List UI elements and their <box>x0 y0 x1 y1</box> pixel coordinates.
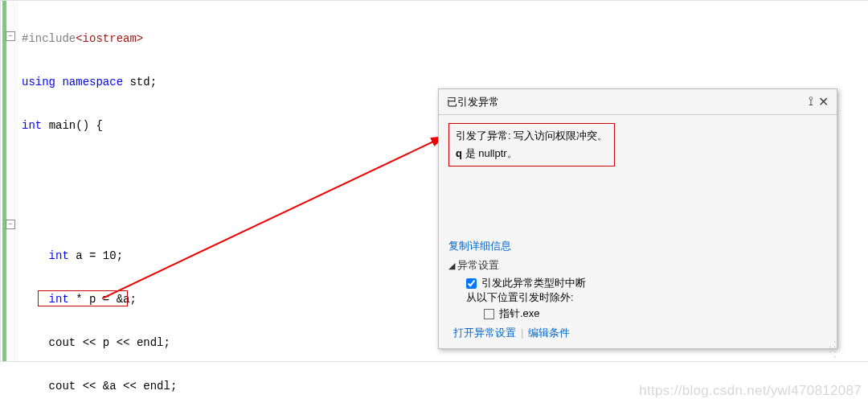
popup-message-box: 引发了异常: 写入访问权限冲突。 q 是 nullptr。 <box>448 123 615 166</box>
break-on-exception-label: 引发此异常类型时中断 <box>481 276 586 290</box>
break-on-exception-checkbox[interactable] <box>466 278 477 289</box>
watermark: https://blog.csdn.net/ywl470812087 <box>639 383 862 399</box>
open-exception-settings-link[interactable]: 打开异常设置 <box>453 327 516 339</box>
fold-toggle[interactable]: − <box>6 220 15 229</box>
include-target: <iostream> <box>76 32 143 45</box>
editor-gutter: − − <box>1 1 18 361</box>
pin-icon[interactable]: ⟟ <box>809 94 813 109</box>
exception-popup: 已引发异常 ⟟ ✕ 引发了异常: 写入访问权限冲突。 q 是 nullptr。 … <box>438 88 837 349</box>
close-icon[interactable]: ✕ <box>818 94 829 109</box>
except-from-label: 从以下位置引发时除外: <box>466 290 827 305</box>
copy-details-link[interactable]: 复制详细信息 <box>448 239 827 253</box>
popup-body: 引发了异常: 写入访问权限冲突。 q 是 nullptr。 复制详细信息 异常设… <box>439 115 837 348</box>
exclude-module-label: 指针.exe <box>499 306 540 321</box>
resize-grip-icon[interactable]: .. .. . . <box>826 338 836 347</box>
popup-title: 已引发异常 <box>447 95 809 109</box>
exception-settings-header[interactable]: 异常设置 <box>448 258 827 273</box>
popup-header: 已引发异常 ⟟ ✕ <box>439 89 837 115</box>
fold-toggle[interactable]: − <box>6 31 15 41</box>
exception-message: 引发了异常: 写入访问权限冲突。 <box>456 127 608 145</box>
exclude-module-checkbox[interactable] <box>484 309 494 319</box>
edit-conditions-link[interactable]: 编辑条件 <box>528 327 570 339</box>
preprocessor: #include <box>22 32 76 45</box>
exception-detail: q 是 nullptr。 <box>456 145 608 162</box>
